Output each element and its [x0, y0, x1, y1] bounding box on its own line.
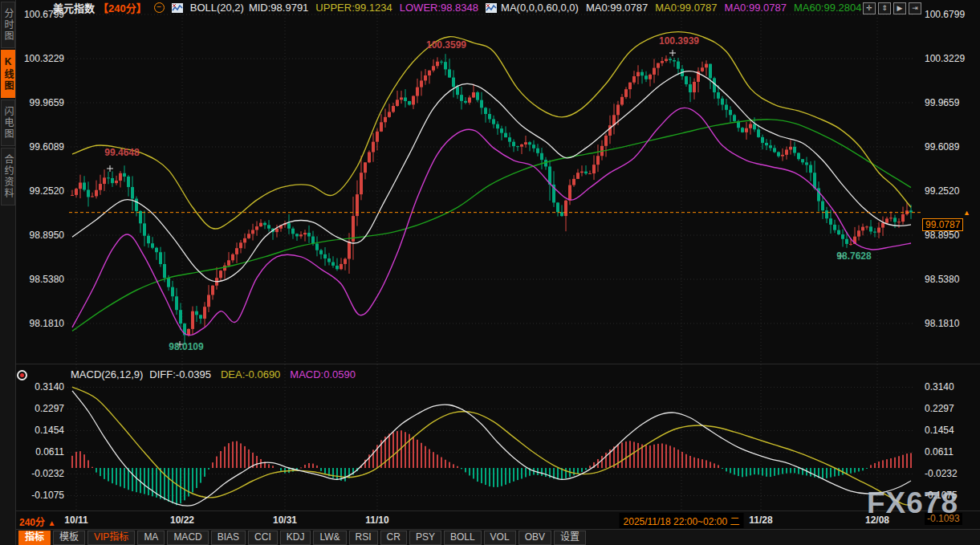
macd-histogram-bar — [858, 468, 860, 471]
xaxis-date-label: 10/22 — [170, 514, 194, 526]
axis-scale-icon[interactable]: ⇕ — [878, 2, 891, 14]
macd-histogram-bar — [465, 468, 466, 472]
candle-body — [801, 159, 804, 162]
candle-body — [87, 189, 90, 197]
candle-body — [135, 199, 138, 211]
candle-body — [255, 226, 258, 230]
macd-histogram-bar — [517, 468, 518, 480]
toolbar-item-VIP指标[interactable]: VIP指标 — [87, 531, 135, 545]
candle-body — [159, 252, 162, 264]
macd-histogram-bar — [862, 468, 864, 470]
macd-histogram-bar — [228, 443, 230, 468]
up-triangle-icon: ▲ — [47, 519, 55, 527]
candle-body — [821, 201, 824, 211]
toolbar-item-MA[interactable]: MA — [137, 531, 165, 545]
indicator-chart-icon[interactable] — [172, 3, 183, 13]
candle-body — [909, 210, 913, 212]
chart-application: 分时图K线图闪电图合约资料 美元指数 【240分】 − BOLL(20,2) M… — [0, 0, 980, 545]
candle-body — [468, 97, 471, 102]
candle-body — [765, 143, 768, 145]
toolbar-item-CR[interactable]: CR — [380, 531, 407, 545]
macd-histogram-bar — [645, 445, 647, 468]
macd-histogram-bar — [617, 444, 619, 468]
macd-histogram-bar — [116, 468, 117, 485]
toolbar-item-KDJ[interactable]: KDJ — [280, 531, 311, 545]
macd-histogram-bar — [485, 468, 486, 485]
indicator-settings-icon[interactable] — [17, 370, 27, 380]
macd-histogram-bar — [874, 463, 876, 468]
playback-icon[interactable]: ▶ — [893, 2, 906, 14]
toolbar-item-OBV[interactable]: OBV — [518, 531, 551, 545]
macd-histogram-bar — [770, 468, 771, 477]
candle-body — [127, 177, 130, 187]
toolbar-item-BIAS[interactable]: BIAS — [211, 531, 246, 545]
macd-histogram-bar — [136, 468, 137, 492]
macd-histogram-bar — [513, 468, 514, 482]
macd-histogram-bar — [429, 449, 430, 468]
candle-body — [701, 67, 704, 71]
candle-body — [251, 230, 254, 234]
candle-body — [408, 101, 411, 104]
main-axis-label-left: 99.6089 — [22, 141, 64, 153]
toolbar-item-RSI[interactable]: RSI — [349, 531, 378, 545]
macd-histogram-bar — [525, 468, 527, 477]
macd-histogram-bar — [87, 460, 89, 468]
crosshair-date-label: 2025/11/18 22:00~02:00 二 — [620, 513, 744, 528]
indicator-chart-icon[interactable] — [486, 3, 497, 13]
period-indicator[interactable]: 240分 ▲ — [19, 514, 55, 528]
symbol-name: 美元指数 — [53, 0, 95, 15]
macd-axis-label-right: 0.0611 — [925, 446, 954, 458]
macd-histogram-bar — [441, 458, 442, 468]
macd-histogram-bar — [461, 468, 462, 469]
extreme-marker-icon — [669, 50, 676, 56]
collapse-icon[interactable]: − — [154, 2, 165, 13]
candle-body — [307, 233, 311, 237]
macd-histogram-bar — [304, 465, 306, 468]
toolbar-item-指标[interactable]: 指标 — [18, 531, 51, 545]
macd-histogram-bar — [445, 460, 446, 468]
macd-histogram-bar — [657, 444, 659, 468]
move-tool-icon[interactable]: ✛ — [863, 2, 876, 14]
candle-body — [877, 228, 880, 233]
macd-histogram-bar — [886, 459, 888, 468]
candle-body — [729, 110, 732, 115]
macd-histogram-bar — [457, 466, 458, 468]
candle-body — [873, 232, 876, 233]
macd-histogram-bar — [144, 468, 145, 494]
candle-body — [636, 72, 640, 76]
candle-body — [335, 266, 339, 269]
candle-body — [665, 59, 668, 61]
candle-body — [207, 295, 210, 307]
macd-histogram-bar — [192, 468, 193, 492]
toolbar-item-BOLL[interactable]: BOLL — [444, 531, 482, 545]
toolbar-item-VOL[interactable]: VOL — [484, 531, 516, 545]
candle-body — [677, 62, 680, 69]
macd-diff-value: DIFF:-0.0395 — [149, 368, 211, 380]
toolbar-item-模板[interactable]: 模板 — [53, 531, 85, 545]
exit-panel-icon[interactable]: ⇥ — [909, 2, 921, 14]
macd-axis-label-left: -0.0232 — [22, 468, 64, 479]
chart-canvas[interactable] — [0, 0, 980, 545]
candle-body — [540, 153, 543, 160]
toolbar-item-MACD[interactable]: MACD — [167, 531, 208, 545]
toolbar-item-设置[interactable]: 设置 — [554, 531, 586, 545]
toolbar-item-LW&[interactable]: LW& — [313, 531, 346, 545]
macd-dea-line — [72, 387, 911, 505]
macd-histogram-bar — [577, 468, 579, 474]
xaxis-date-label: 10/31 — [273, 514, 297, 526]
main-axis-label-right: 98.1810 — [925, 318, 959, 329]
candle-body — [327, 258, 331, 262]
candle-body — [781, 155, 784, 157]
toolbar-item-PSY[interactable]: PSY — [409, 531, 441, 545]
macd-histogram-bar — [417, 440, 418, 468]
candle-body — [845, 239, 848, 244]
candle-body — [709, 64, 712, 79]
candle-body — [291, 229, 295, 234]
toolbar-item-CCI[interactable]: CCI — [248, 531, 278, 545]
macd-histogram-bar — [778, 468, 779, 475]
main-axis-label-left: 99.2520 — [22, 185, 64, 197]
candle-body — [179, 310, 182, 323]
candle-body — [861, 227, 864, 231]
candle-body — [657, 63, 660, 68]
candle-body — [231, 254, 234, 260]
